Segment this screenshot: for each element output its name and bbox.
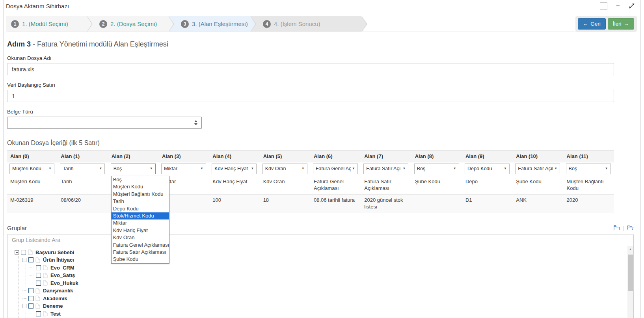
file-icon [35,296,40,301]
tree-node-label[interactable]: Akademik [42,296,67,301]
table-row: Müşteri KoduTarihMiktarKdv Hariç FiyatKd… [7,176,614,195]
tree-scrollbar[interactable]: ▲ [627,246,633,318]
tree-checkbox[interactable] [28,303,34,309]
dropdown-option[interactable]: Şube Kodu [112,256,169,263]
table-cell: 18 [260,194,311,213]
tree-item: Danışmanlık [22,287,625,295]
column-select-9[interactable]: Depo Kodu▼ [465,164,510,174]
dropdown-option[interactable]: Müşteri Bağlantı Kodu [112,191,169,198]
wizard-step-4[interactable]: 44. (İşlem Sonucu) [250,16,361,32]
file-icon [35,303,40,309]
groups-header: Gruplar | [7,225,634,231]
column-select-value: Boş [417,166,452,172]
column-select-0[interactable]: Müşteri Kodu▼ [9,164,54,174]
dropdown-option[interactable]: Depo Kodu [112,205,169,212]
wizard-step-1[interactable]: 11. (Modül Seçimi) [6,16,87,32]
tree-node-label[interactable]: Evo_Hukuk [50,280,78,286]
start-row-input[interactable] [7,90,614,102]
doc-type-select[interactable] [7,117,202,129]
dropdown-option[interactable]: Kdv Oran [112,234,169,241]
restore-icon[interactable] [600,2,607,10]
table-cell: 2020 [564,194,614,213]
next-arrow-icon: → [624,21,629,27]
dropdown-option[interactable]: Fatura Genel Açıklaması [112,242,169,249]
dropdown-option[interactable]: Kdv Hariç Fiyat [112,227,169,234]
column-select-5[interactable]: Kdv Oran▼ [262,164,307,174]
tree-checkbox[interactable] [28,257,34,262]
dropdown-option[interactable]: Müşteri Kodu [112,183,169,190]
tree-checkbox[interactable] [28,288,34,293]
back-button[interactable]: ← Geri [578,18,606,30]
tree-node-label[interactable]: Evo_Satış [50,272,75,278]
dropdown-option[interactable]: Boş [112,176,169,183]
collapse-icon[interactable] [22,258,26,262]
column-select-4[interactable]: Kdv Hariç Fiyat▼ [212,164,257,174]
column-select-1[interactable]: Tarih▼ [60,164,105,174]
folder-closed-icon[interactable] [614,225,620,231]
spinner-caret-icon [194,120,197,125]
back-arrow-icon: ← [583,21,588,27]
column-select-value: Müşteri Kodu [12,166,47,172]
column-select-cell: Boş▼BoşMüşteri KoduMüşteri Bağlantı Kodu… [108,162,159,176]
column-select-6[interactable]: Fatura Genel Açıklaması▼ [313,164,358,174]
tree-node-label[interactable]: Evo_CRM [50,265,74,271]
file-name-input[interactable] [7,63,614,75]
table-cell: Şube Kodu [513,176,563,195]
column-select-7[interactable]: Fatura Satır Açıklaması▼ [363,164,408,174]
tree-node-label[interactable]: Başvuru Sebebi [35,249,74,255]
tree-connector [22,298,26,299]
tree-checkbox[interactable] [28,296,34,301]
wizard-step-2[interactable]: 22. (Dosya Seçimi) [87,16,168,32]
minimize-icon[interactable]: − [616,2,620,10]
scroll-up-arrow-icon[interactable]: ▲ [627,246,633,253]
column-header: Alan (8) [412,151,462,162]
column-select-value: Boş [114,166,149,172]
table-cell: 100 [209,194,260,213]
dropdown-option[interactable]: Stok/Hizmet Kodu [112,212,169,219]
step-badge: 1 [11,20,19,28]
tree-item: Evo_CRM [30,264,625,272]
column-select-8[interactable]: Boş▼ [414,164,459,174]
collapse-icon[interactable] [15,250,19,255]
tree-node-label[interactable]: Deneme [42,303,63,309]
tree-checkbox[interactable] [36,281,41,286]
select-caret-icon: ▼ [48,167,52,171]
select-caret-icon: ▼ [402,167,406,171]
table-cell: Fatura Genel Açıklaması [311,176,361,195]
step-label: 2. (Dosya Seçimi) [110,20,157,27]
tree-checkbox[interactable] [36,311,41,316]
folder-open-icon[interactable] [627,225,634,231]
tree-item: Evo_Hukuk [30,279,625,287]
wizard-steps-bar: 11. (Modül Seçimi)22. (Dosya Seçimi)33. … [6,16,637,32]
tree-node-label[interactable]: Danışmanlık [42,288,73,294]
column-dropdown: BoşMüşteri KoduMüşteri Bağlantı KoduTari… [111,176,169,264]
tree-checkbox[interactable] [36,265,41,270]
column-header: Alan (7) [361,151,411,162]
tree-item: Akademik [22,295,625,303]
expand-icon[interactable] [629,3,635,9]
tree-item: Test [30,310,625,318]
tree-checkbox[interactable] [21,250,26,255]
next-button[interactable]: İleri → [608,18,634,30]
tree-checkbox[interactable] [36,273,41,278]
next-button-label: İleri [613,21,622,27]
column-select-2[interactable]: Boş▼ [111,164,156,174]
group-search-input[interactable] [7,234,634,246]
column-select-10[interactable]: Fatura Satır Açıklaması▼ [515,164,560,174]
select-caret-icon: ▼ [302,167,305,171]
tree-node-label[interactable]: Ürün İhtiyacı [42,257,74,263]
column-select-cell: Müşteri Kodu▼ [7,162,58,176]
wizard-step-3[interactable]: 33. (Alan Eşleştirmesi) [168,16,250,32]
column-select-3[interactable]: Miktar▼ [161,164,206,174]
file-icon [43,265,48,270]
dropdown-option[interactable]: Tarih [112,198,169,205]
collapse-icon[interactable] [22,304,26,308]
dropdown-option[interactable]: Fatura Satır Açıklaması [112,249,169,256]
scrollbar-thumb[interactable] [628,255,633,291]
back-button-label: Geri [590,21,601,27]
tree-node-label[interactable]: Test [50,311,61,317]
column-header: Alan (4) [209,151,260,162]
column-select-value: Boş [569,166,604,172]
column-select-11[interactable]: Boş▼ [566,164,611,174]
dropdown-option[interactable]: Miktar [112,219,169,227]
